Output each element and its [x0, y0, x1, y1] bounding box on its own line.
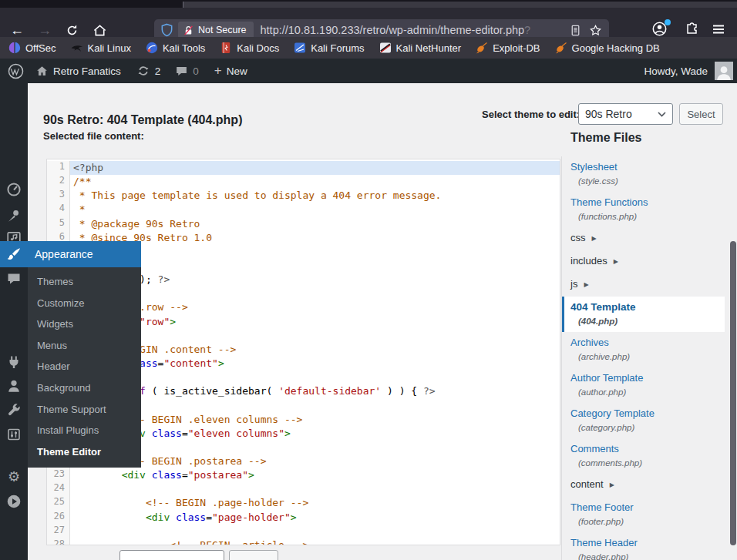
line-number: 27	[47, 525, 70, 538]
theme-folder-css[interactable]: css▶	[562, 227, 725, 250]
bookmark-star-icon[interactable]	[589, 24, 602, 37]
code-text: <?php	[70, 161, 560, 175]
code-text: <!-- BEGIN .article -->	[70, 538, 560, 545]
code-text: <div class="row">	[70, 315, 560, 329]
code-line[interactable]: 24	[47, 482, 560, 496]
code-line[interactable]: 26 <div class="page-holder">	[47, 511, 560, 525]
menu-item-themes[interactable]: Themes	[28, 271, 141, 293]
bookmark-label: Kali Linux	[88, 42, 131, 54]
bookmark-offsec[interactable]: OffSec	[8, 42, 56, 54]
theme-file-404-template[interactable]: 404 Template(404.php)	[561, 297, 725, 332]
code-line[interactable]: 28 <!-- BEGIN .article -->	[47, 538, 560, 545]
file-link[interactable]: Category Template	[570, 407, 725, 420]
code-line[interactable]: 25 <!-- BEGIN .page-holder -->	[47, 496, 560, 510]
file-name: (archive.php)	[570, 351, 725, 362]
code-text: <div class="postarea">	[70, 468, 560, 482]
theme-file-stylesheet[interactable]: Stylesheet(style.css)	[562, 156, 725, 192]
theme-file-theme-functions[interactable]: Theme Functions(functions.php)	[562, 192, 725, 227]
menu-item-install-plugins[interactable]: Install Plugins	[28, 420, 141, 441]
hamburger-menu-icon[interactable]	[711, 22, 728, 39]
code-line[interactable]: 1<?php	[47, 161, 560, 175]
code-text: * @since 90s Retro 1.0	[70, 231, 560, 245]
code-text: <div class="content">	[70, 357, 560, 371]
menu-item-customize[interactable]: Customize	[28, 293, 141, 314]
code-line[interactable]: 5 * @package 90s Retro	[47, 217, 560, 231]
kali-nethunter-icon	[379, 42, 392, 54]
documentation-select[interactable]	[119, 550, 224, 560]
code-text	[70, 441, 560, 454]
bookmark-google-hacking-db[interactable]: Google Hacking DB	[555, 42, 660, 54]
file-link[interactable]: Author Template	[570, 372, 725, 384]
active-tab-edge[interactable]	[183, 2, 737, 8]
theme-file-author-template[interactable]: Author Template(author.php)	[562, 367, 725, 403]
avatar[interactable]	[715, 62, 733, 80]
code-text: */	[70, 245, 560, 259]
theme-folder-content[interactable]: content▶	[562, 474, 725, 497]
browser-toolbar: ← → Not Secure http://10.81.190.233/retr…	[0, 8, 737, 37]
theme-folder-js[interactable]: js▶	[562, 273, 725, 297]
menu-item-theme-support[interactable]: Theme Support	[28, 399, 141, 421]
theme-folder-includes[interactable]: includes▶	[562, 250, 725, 273]
code-line[interactable]: 3 * This page template is used to displa…	[47, 189, 560, 203]
menu-item-widgets[interactable]: Widgets	[28, 314, 141, 335]
bookmark-kali-docs[interactable]: Kali Docs	[220, 42, 279, 54]
file-link[interactable]: Theme Header	[570, 537, 725, 549]
dashboard-icon[interactable]	[6, 182, 22, 197]
bookmark-exploit-db[interactable]: Exploit-DB	[476, 42, 540, 54]
file-link[interactable]: Comments	[570, 443, 725, 455]
admin-bar-updates[interactable]: 2	[136, 64, 161, 78]
file-link[interactable]: Theme Functions	[570, 196, 725, 209]
theme-file-theme-footer[interactable]: Theme Footer(footer.php)	[562, 497, 725, 532]
theme-file-category-template[interactable]: Category Template(category.php)	[562, 403, 725, 438]
bookmark-label: Exploit-DB	[493, 42, 540, 54]
appearance-flyout-menu: Appearance ThemesCustomizeWidgetsMenusHe…	[0, 241, 141, 468]
file-name: (author.php)	[570, 387, 725, 397]
theme-select-dropdown[interactable]: 90s Retro	[578, 103, 673, 125]
code-text: <?php if ( is_active_sidebar( 'default-s…	[70, 384, 560, 398]
code-line[interactable]: 23 <div class="postarea">	[47, 468, 560, 482]
wordpress-logo-icon[interactable]	[8, 63, 24, 79]
select-theme-button[interactable]: Select	[679, 103, 723, 125]
theme-file-archives[interactable]: Archives(archive.php)	[562, 332, 725, 367]
howdy-label[interactable]: Howdy, Wade	[644, 65, 708, 77]
updates-count: 2	[155, 65, 161, 77]
code-line[interactable]: 27	[47, 525, 560, 538]
url-text[interactable]: http://10.81.190.233/retro/wp-admin/them…	[261, 24, 531, 36]
menu-item-header[interactable]: Header	[28, 356, 141, 377]
appearance-menu-header[interactable]: Appearance	[0, 241, 141, 267]
code-line[interactable]: 4 *	[47, 203, 560, 216]
admin-bar-comments[interactable]: 0	[175, 65, 199, 78]
file-link[interactable]: Theme Footer	[570, 501, 725, 514]
bookmark-kali-linux[interactable]: Kali Linux	[71, 42, 131, 54]
menu-item-background[interactable]: Background	[28, 377, 141, 399]
admin-bar-new[interactable]: + New	[214, 65, 247, 77]
menu-item-theme-editor[interactable]: Theme Editor	[28, 441, 141, 463]
line-number: 23	[47, 468, 70, 482]
bookmark-kali-nethunter[interactable]: Kali NetHunter	[379, 42, 462, 54]
extensions-puzzle-icon[interactable]	[685, 22, 702, 39]
reader-mode-icon[interactable]	[569, 24, 582, 37]
page-scrollbar-thumb[interactable]	[730, 241, 736, 545]
theme-files-heading: Theme Files	[570, 131, 641, 145]
lookup-button[interactable]	[229, 550, 278, 560]
play-circle-icon[interactable]	[6, 494, 22, 509]
offsec-icon	[8, 42, 21, 54]
code-text: *	[70, 203, 560, 216]
gear-icon[interactable]: ⚙	[6, 469, 22, 485]
file-link[interactable]: Stylesheet	[570, 161, 725, 173]
bookmark-kali-forums[interactable]: Kali Forums	[294, 42, 364, 54]
home-icon	[35, 65, 49, 78]
security-chip[interactable]: Not Secure	[178, 22, 254, 39]
shield-icon[interactable]	[160, 23, 174, 38]
theme-file-theme-header[interactable]: Theme Header(header.php)	[562, 532, 725, 560]
bookmark-kali-tools[interactable]: Kali Tools	[146, 42, 205, 54]
file-link[interactable]: 404 Template	[570, 301, 725, 314]
menu-item-menus[interactable]: Menus	[28, 335, 141, 357]
code-text	[70, 329, 560, 343]
broken-lock-icon	[183, 25, 194, 36]
admin-bar-site-name[interactable]: Retro Fanatics	[35, 65, 121, 78]
posts-pin-icon[interactable]	[6, 208, 22, 223]
file-link[interactable]: Archives	[570, 337, 725, 349]
theme-file-comments[interactable]: Comments(comments.php)	[562, 438, 725, 474]
code-line[interactable]: 2/**	[47, 175, 560, 189]
